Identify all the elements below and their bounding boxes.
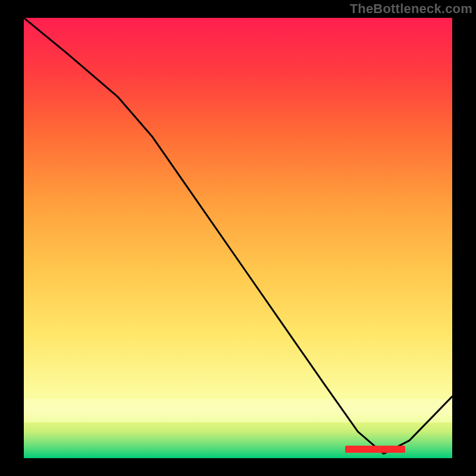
red-bar-annotation <box>345 446 405 453</box>
curve-svg <box>24 18 452 458</box>
watermark-text: TheBottleneck.com <box>350 1 472 17</box>
plot-area <box>24 18 452 458</box>
chart-stage: TheBottleneck.com <box>0 0 476 476</box>
curve-path <box>24 18 452 454</box>
